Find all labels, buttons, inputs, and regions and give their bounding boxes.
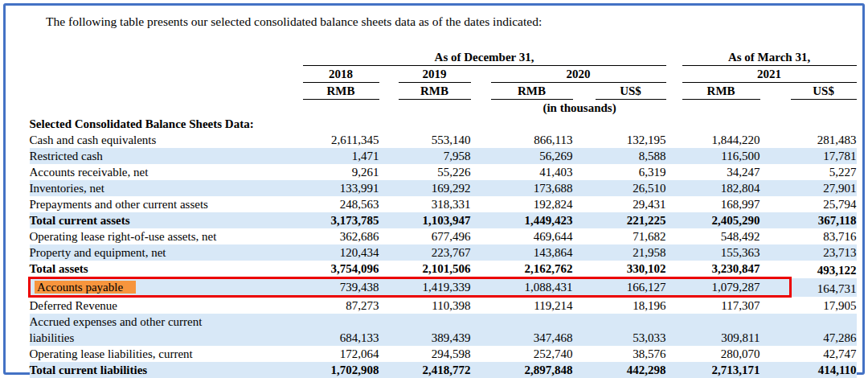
gap-cell — [666, 196, 682, 212]
gap-cell — [379, 362, 399, 378]
cell-value: 414,110 — [791, 362, 857, 378]
cell-value: 2,405,290 — [682, 212, 760, 228]
cell-value: 6,319 — [596, 164, 666, 180]
header-currency-rmb-2021: RMB — [682, 83, 760, 100]
gap-cell — [471, 297, 491, 314]
gap-cell — [760, 148, 791, 164]
header-currency-rmb-2020: RMB — [491, 83, 573, 100]
cell-value: 5,227 — [791, 164, 857, 180]
gap-cell — [379, 164, 399, 180]
cell-value: 182,804 — [682, 180, 760, 196]
cell-value: 41,403 — [491, 164, 573, 180]
header-year-2018: 2018 — [303, 66, 379, 83]
row-label: Total current assets — [30, 212, 303, 228]
gap-cell — [760, 228, 791, 244]
gap-cell — [666, 132, 682, 148]
row-label: Selected Consolidated Balance Sheets Dat… — [30, 116, 303, 132]
gap-cell — [379, 66, 399, 83]
gap-cell — [379, 244, 399, 261]
gap-cell — [471, 83, 491, 100]
cell-value: 280,070 — [682, 346, 760, 362]
cell-value: 120,434 — [303, 244, 379, 261]
table-row: Total assets3,754,0962,101,5062,162,7623… — [30, 261, 857, 278]
cell-value: 172,064 — [303, 346, 379, 362]
cell-value: 362,686 — [303, 228, 379, 244]
row-label: Property and equipment, net — [30, 244, 303, 261]
gap-cell — [379, 297, 399, 314]
cell-value: 866,113 — [491, 132, 573, 148]
gap-cell — [666, 66, 682, 83]
cell-value — [682, 116, 760, 132]
gap-cell — [760, 346, 791, 362]
gap-cell — [379, 346, 399, 362]
cell-value: 2,713,171 — [682, 362, 760, 378]
cell-value: 442,298 — [596, 362, 666, 378]
cell-value: 1,079,287 — [682, 278, 760, 297]
gap-cell — [573, 164, 596, 180]
cell-value: 1,471 — [303, 148, 379, 164]
cell-value: 168,997 — [682, 196, 760, 212]
cell-value: 155,363 — [682, 244, 760, 261]
gap-cell — [666, 346, 682, 362]
cell-value: 29,431 — [596, 196, 666, 212]
gap-cell — [760, 132, 791, 148]
gap-cell — [760, 362, 791, 378]
group-header-row: As of December 31, As of March 31, — [30, 49, 857, 66]
table-row: Total current liabilities1,702,9082,418,… — [30, 362, 857, 378]
gap-cell — [573, 212, 596, 228]
header-currency-rmb-2018: RMB — [303, 83, 379, 100]
gap-cell — [666, 314, 682, 330]
gap-cell — [760, 212, 791, 228]
cell-value: 2,897,848 — [491, 362, 573, 378]
cell-value: 173,688 — [491, 180, 573, 196]
gap-cell — [760, 196, 791, 212]
gap-cell — [760, 297, 791, 314]
cell-value: 132,195 — [596, 132, 666, 148]
gap-cell — [379, 314, 399, 330]
gap-cell — [573, 297, 596, 314]
header-as-of-march-31: As of March 31, — [682, 49, 857, 66]
gap-cell — [471, 314, 491, 330]
gap-cell — [666, 297, 682, 314]
gap-cell — [379, 196, 399, 212]
row-label: liabilities — [30, 330, 303, 346]
row-label: Operating lease liabilities, current — [30, 346, 303, 362]
cell-value: 53,033 — [596, 330, 666, 346]
cell-value: 117,307 — [682, 297, 760, 314]
gap-cell — [760, 261, 791, 278]
header-as-of-december-31: As of December 31, — [303, 49, 666, 66]
cell-value: 17,781 — [791, 148, 857, 164]
header-year-2020: 2020 — [491, 66, 666, 83]
cell-value: 3,173,785 — [303, 212, 379, 228]
header-currency-usd-2021: US$ — [791, 83, 857, 100]
gap-cell — [573, 132, 596, 148]
empty-cell — [30, 49, 303, 66]
cell-value: 7,958 — [399, 148, 471, 164]
cell-value: 389,439 — [399, 330, 471, 346]
cell-value: 2,162,762 — [491, 261, 573, 278]
cell-value: 116,500 — [682, 148, 760, 164]
gap-cell — [666, 164, 682, 180]
gap-cell — [573, 261, 596, 278]
gap-cell — [573, 314, 596, 330]
gap-cell — [471, 261, 491, 278]
cell-value: 164,731 — [791, 278, 857, 297]
empty-cell — [30, 83, 303, 100]
cell-value: 330,102 — [596, 261, 666, 278]
gap-cell — [471, 66, 491, 83]
currency-header-row: RMB RMB RMB US$ RMB US$ — [30, 83, 857, 100]
cell-value: 252,740 — [491, 346, 573, 362]
gap-cell — [379, 180, 399, 196]
units-note-row: (in thousands) — [30, 100, 857, 117]
gap-cell — [760, 314, 791, 330]
cell-value: 309,811 — [682, 330, 760, 346]
cell-value — [791, 314, 857, 330]
cell-value: 23,713 — [791, 244, 857, 261]
table-body: Selected Consolidated Balance Sheets Dat… — [30, 116, 857, 378]
gap-cell — [471, 148, 491, 164]
cell-value: 677,496 — [399, 228, 471, 244]
cell-value: 166,127 — [596, 278, 666, 297]
cell-value: 2,418,772 — [399, 362, 471, 378]
cell-value: 27,901 — [791, 180, 857, 196]
cell-value: 1,844,220 — [682, 132, 760, 148]
